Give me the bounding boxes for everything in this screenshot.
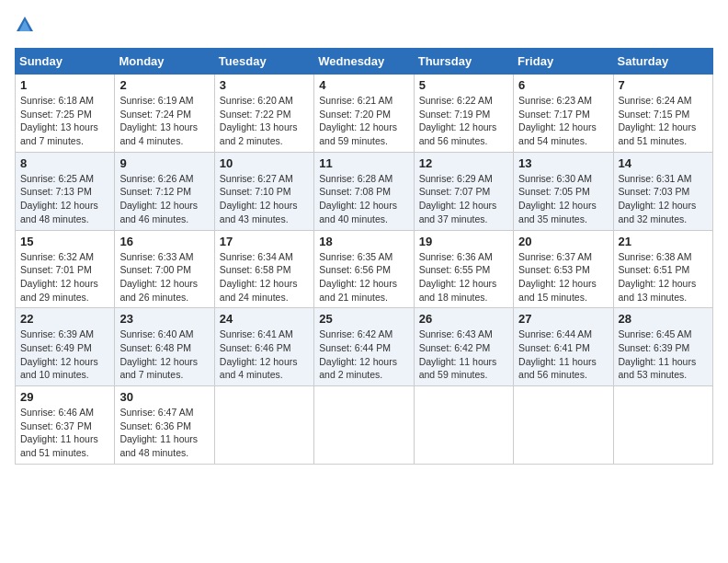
day-detail: Sunrise: 6:29 AMSunset: 7:07 PMDaylight:… [419,172,508,226]
day-detail: Sunrise: 6:42 AMSunset: 6:44 PMDaylight:… [319,327,408,382]
empty-cell [414,386,513,465]
day-number: 25 [319,312,408,326]
day-detail: Sunrise: 6:31 AMSunset: 7:03 PMDaylight:… [619,172,708,226]
day-detail: Sunrise: 6:45 AMSunset: 6:39 PMDaylight:… [619,327,708,382]
calendar-day-cell: 10Sunrise: 6:27 AMSunset: 7:10 PMDayligh… [214,152,313,230]
calendar-day-cell: 26Sunrise: 6:43 AMSunset: 6:42 PMDayligh… [414,308,513,386]
day-detail: Sunrise: 6:23 AMSunset: 7:17 PMDaylight:… [518,94,608,148]
calendar-day-cell: 19Sunrise: 6:36 AMSunset: 6:55 PMDayligh… [414,230,513,308]
column-header-wednesday: Wednesday [314,49,414,75]
day-number: 22 [20,312,109,326]
logo-icon [15,15,35,35]
empty-cell [214,386,313,465]
day-number: 4 [319,78,408,92]
calendar-day-cell: 1Sunrise: 6:18 AMSunset: 7:25 PMDaylight… [16,75,115,153]
day-number: 7 [619,78,708,92]
empty-cell [314,386,414,465]
calendar-day-cell: 21Sunrise: 6:38 AMSunset: 6:51 PMDayligh… [613,230,712,308]
day-number: 29 [20,390,109,404]
day-number: 16 [119,235,209,248]
day-detail: Sunrise: 6:30 AMSunset: 7:05 PMDaylight:… [518,172,608,226]
day-detail: Sunrise: 6:22 AMSunset: 7:19 PMDaylight:… [419,94,508,148]
day-detail: Sunrise: 6:37 AMSunset: 6:53 PMDaylight:… [518,250,608,304]
day-detail: Sunrise: 6:40 AMSunset: 6:48 PMDaylight:… [119,327,209,382]
calendar-day-cell: 11Sunrise: 6:28 AMSunset: 7:08 PMDayligh… [314,152,414,230]
calendar-day-cell: 15Sunrise: 6:32 AMSunset: 7:01 PMDayligh… [16,230,115,308]
calendar-day-cell: 30Sunrise: 6:47 AMSunset: 6:36 PMDayligh… [115,386,214,465]
day-detail: Sunrise: 6:41 AMSunset: 6:46 PMDaylight:… [220,327,309,382]
day-detail: Sunrise: 6:39 AMSunset: 6:49 PMDaylight:… [20,327,109,382]
empty-cell [514,386,613,465]
day-detail: Sunrise: 6:27 AMSunset: 7:10 PMDaylight:… [220,172,309,226]
day-number: 19 [419,235,508,248]
column-header-sunday: Sunday [16,49,115,75]
day-number: 8 [20,156,109,170]
calendar-week-row: 1Sunrise: 6:18 AMSunset: 7:25 PMDaylight… [16,75,713,153]
calendar-day-cell: 5Sunrise: 6:22 AMSunset: 7:19 PMDaylight… [414,75,513,153]
day-number: 3 [220,78,309,92]
day-number: 30 [119,390,209,404]
day-detail: Sunrise: 6:19 AMSunset: 7:24 PMDaylight:… [119,94,209,148]
column-header-thursday: Thursday [414,49,513,75]
calendar-week-row: 29Sunrise: 6:46 AMSunset: 6:37 PMDayligh… [16,386,713,465]
day-number: 11 [319,156,408,170]
day-number: 10 [220,156,309,170]
calendar-day-cell: 12Sunrise: 6:29 AMSunset: 7:07 PMDayligh… [414,152,513,230]
day-detail: Sunrise: 6:24 AMSunset: 7:15 PMDaylight:… [619,94,708,148]
calendar-day-cell: 2Sunrise: 6:19 AMSunset: 7:24 PMDaylight… [115,75,214,153]
calendar-header-row: SundayMondayTuesdayWednesdayThursdayFrid… [16,49,713,75]
day-number: 18 [319,235,408,248]
calendar-day-cell: 13Sunrise: 6:30 AMSunset: 7:05 PMDayligh… [514,152,613,230]
day-number: 13 [518,156,608,170]
day-number: 17 [220,235,309,248]
calendar-week-row: 15Sunrise: 6:32 AMSunset: 7:01 PMDayligh… [16,230,713,308]
day-number: 26 [419,312,508,326]
column-header-tuesday: Tuesday [214,49,313,75]
day-detail: Sunrise: 6:44 AMSunset: 6:41 PMDaylight:… [518,327,608,382]
calendar-day-cell: 22Sunrise: 6:39 AMSunset: 6:49 PMDayligh… [16,308,115,386]
day-detail: Sunrise: 6:21 AMSunset: 7:20 PMDaylight:… [319,94,408,148]
calendar-day-cell: 24Sunrise: 6:41 AMSunset: 6:46 PMDayligh… [214,308,313,386]
day-number: 5 [419,78,508,92]
day-number: 1 [20,78,109,92]
day-number: 24 [220,312,309,326]
calendar-day-cell: 28Sunrise: 6:45 AMSunset: 6:39 PMDayligh… [613,308,712,386]
calendar-day-cell: 8Sunrise: 6:25 AMSunset: 7:13 PMDaylight… [16,152,115,230]
calendar-day-cell: 29Sunrise: 6:46 AMSunset: 6:37 PMDayligh… [16,386,115,465]
page-header [15,15,713,39]
day-number: 12 [419,156,508,170]
day-number: 21 [619,235,708,248]
calendar-day-cell: 14Sunrise: 6:31 AMSunset: 7:03 PMDayligh… [613,152,712,230]
day-detail: Sunrise: 6:25 AMSunset: 7:13 PMDaylight:… [20,172,109,226]
calendar-day-cell: 23Sunrise: 6:40 AMSunset: 6:48 PMDayligh… [115,308,214,386]
column-header-friday: Friday [514,49,613,75]
day-number: 28 [619,312,708,326]
calendar-day-cell: 18Sunrise: 6:35 AMSunset: 6:56 PMDayligh… [314,230,414,308]
day-number: 15 [20,235,109,248]
day-detail: Sunrise: 6:35 AMSunset: 6:56 PMDaylight:… [319,250,408,304]
calendar-day-cell: 25Sunrise: 6:42 AMSunset: 6:44 PMDayligh… [314,308,414,386]
day-number: 2 [119,78,209,92]
calendar-day-cell: 3Sunrise: 6:20 AMSunset: 7:22 PMDaylight… [214,75,313,153]
calendar-day-cell: 27Sunrise: 6:44 AMSunset: 6:41 PMDayligh… [514,308,613,386]
day-detail: Sunrise: 6:18 AMSunset: 7:25 PMDaylight:… [20,94,109,148]
day-detail: Sunrise: 6:33 AMSunset: 7:00 PMDaylight:… [119,250,209,304]
calendar-day-cell: 16Sunrise: 6:33 AMSunset: 7:00 PMDayligh… [115,230,214,308]
calendar-day-cell: 9Sunrise: 6:26 AMSunset: 7:12 PMDaylight… [115,152,214,230]
calendar-week-row: 22Sunrise: 6:39 AMSunset: 6:49 PMDayligh… [16,308,713,386]
calendar-day-cell: 7Sunrise: 6:24 AMSunset: 7:15 PMDaylight… [613,75,712,153]
day-detail: Sunrise: 6:32 AMSunset: 7:01 PMDaylight:… [20,250,109,304]
logo [15,15,39,39]
day-number: 20 [518,235,608,248]
day-detail: Sunrise: 6:28 AMSunset: 7:08 PMDaylight:… [319,172,408,226]
calendar-table: SundayMondayTuesdayWednesdayThursdayFrid… [15,48,713,465]
day-detail: Sunrise: 6:34 AMSunset: 6:58 PMDaylight:… [220,250,309,304]
calendar-day-cell: 4Sunrise: 6:21 AMSunset: 7:20 PMDaylight… [314,75,414,153]
day-detail: Sunrise: 6:38 AMSunset: 6:51 PMDaylight:… [619,250,708,304]
calendar-week-row: 8Sunrise: 6:25 AMSunset: 7:13 PMDaylight… [16,152,713,230]
day-number: 9 [119,156,209,170]
column-header-monday: Monday [115,49,214,75]
day-number: 6 [518,78,608,92]
day-detail: Sunrise: 6:46 AMSunset: 6:37 PMDaylight:… [20,406,109,460]
day-detail: Sunrise: 6:36 AMSunset: 6:55 PMDaylight:… [419,250,508,304]
